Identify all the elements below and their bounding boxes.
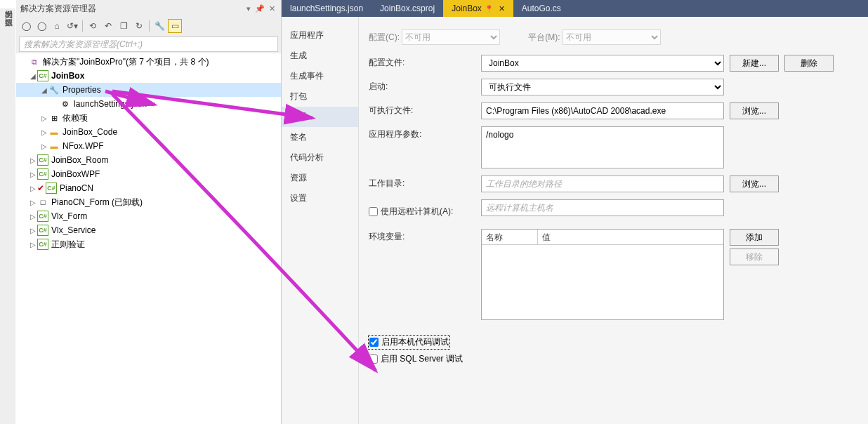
launch-label: 启动: [369, 79, 481, 93]
caret-icon[interactable]: ▷ [40, 114, 48, 122]
solution-label: 解决方案"JoinBoxPro"(第 7 个项目，共 8 个) [43, 56, 209, 68]
browse-exe-button[interactable]: 浏览... [730, 102, 779, 119]
csproj-icon: C# [37, 225, 48, 236]
project-label: 正则验证 [51, 239, 85, 251]
env-add-button[interactable]: 添加 [730, 229, 779, 246]
home-icon[interactable]: ⌂ [50, 19, 64, 33]
project-label: JoinBoxWPF [51, 169, 100, 179]
left-tab-datasource[interactable]: 数据源 [0, 8, 15, 17]
sync-icon[interactable]: ↺▾ [65, 19, 79, 33]
project-pianocn-form[interactable]: ▷□ PianoCN_Form (已卸载) [16, 195, 281, 209]
scope-icon[interactable]: ⟲ [86, 19, 100, 33]
caret-icon[interactable]: ▷ [29, 171, 37, 178]
project-regex[interactable]: ▷C# 正则验证 [16, 237, 281, 251]
csproj-icon: C# [37, 70, 48, 81]
native-debug-checkbox[interactable] [369, 338, 379, 347]
tab-launchsettings[interactable]: launchSettings.json [282, 0, 371, 17]
env-grid[interactable]: 名称值 [481, 229, 724, 320]
preview-icon[interactable]: ▭ [168, 19, 182, 33]
back-icon[interactable]: ◯ [19, 19, 33, 33]
exe-input[interactable] [481, 102, 724, 119]
project-label: PianoCN_Form (已卸载) [51, 197, 143, 208]
caret-icon[interactable]: ▷ [29, 241, 37, 249]
native-debug-row[interactable]: 启用本机代码调试 [369, 336, 449, 349]
project-label: JoinBox_Room [51, 155, 108, 165]
delete-profile-button[interactable]: 删除 [784, 55, 834, 72]
caret-icon[interactable]: ▷ [29, 185, 37, 192]
showall-icon[interactable]: ↶ [101, 19, 115, 33]
caret-icon[interactable]: ◢ [29, 72, 37, 80]
folder-icon: ▬ [48, 126, 60, 138]
sb-debug[interactable]: 调试 [282, 107, 358, 127]
dropdown-icon[interactable]: ▾ [245, 4, 252, 13]
sb-build[interactable]: 生成 [282, 46, 358, 66]
config-row: 配置(C): 不可用 平台(M): 不可用 [369, 29, 858, 45]
new-profile-button[interactable]: 新建... [730, 55, 779, 72]
caret-icon[interactable]: ◢ [40, 86, 48, 94]
copy-icon[interactable]: ❐ [117, 19, 131, 33]
folder-code[interactable]: ▷▬ JoinBox_Code [16, 125, 281, 139]
sql-debug-checkbox[interactable] [369, 355, 378, 364]
tab-csproj[interactable]: JoinBox.csproj [371, 0, 443, 17]
sb-buildevents[interactable]: 生成事件 [282, 66, 358, 86]
project-label: Vlx_Service [51, 225, 96, 235]
fwd-icon[interactable]: ◯ [34, 19, 48, 33]
sb-resources[interactable]: 资源 [282, 168, 358, 188]
workdir-input[interactable] [481, 175, 724, 192]
document-tabs: launchSettings.json JoinBox.csproj JoinB… [282, 0, 868, 17]
platform-label: 平台(M): [528, 32, 560, 42]
caret-icon[interactable]: ▷ [40, 128, 48, 136]
properties-node[interactable]: ◢🔧 Properties [16, 83, 281, 97]
close-icon[interactable]: ✕ [268, 4, 277, 13]
pin-icon[interactable]: 📍 [485, 5, 493, 13]
caret-icon[interactable]: ▷ [29, 227, 37, 234]
sb-application[interactable]: 应用程序 [282, 25, 358, 46]
folder-icon: ▬ [48, 140, 60, 152]
env-col-value: 值 [538, 230, 555, 244]
sql-debug-row[interactable]: 启用 SQL Server 调试 [369, 353, 858, 365]
profile-select[interactable]: JoinBox [481, 55, 724, 72]
project-pianocn[interactable]: ▷✔C# PianoCN [16, 181, 281, 195]
caret-icon[interactable]: ▷ [29, 199, 37, 206]
sb-sign[interactable]: 签名 [282, 127, 358, 147]
refresh-icon[interactable]: ↻ [132, 19, 146, 33]
check-icon: ✔ [37, 183, 44, 193]
explorer-titlebar: 解决方案资源管理器 ▾ 📌 ✕ [16, 0, 281, 17]
folder-nfox[interactable]: ▷▬ NFox.WPF [16, 139, 281, 153]
csproj-icon: C# [46, 183, 57, 194]
dependencies-node[interactable]: ▷⊞ 依赖项 [16, 111, 281, 125]
launch-select[interactable]: 可执行文件 [481, 79, 724, 95]
launchsettings-node[interactable]: ⚙ launchSettings.json [16, 97, 281, 111]
project-vlxservice[interactable]: ▷C# Vlx_Service [16, 223, 281, 237]
args-textarea[interactable]: /nologo [481, 126, 724, 168]
browse-workdir-button[interactable]: 浏览... [730, 175, 779, 192]
properties-page: 应用程序 生成 生成事件 打包 调试 签名 代码分析 资源 设置 配置(C): … [282, 17, 868, 424]
args-label: 应用程序参数: [369, 126, 481, 140]
project-vlxform[interactable]: ▷C# Vlx_Form [16, 209, 281, 223]
close-icon[interactable]: ✕ [499, 4, 505, 13]
explorer-search [16, 35, 281, 53]
caret-icon[interactable]: ▷ [29, 213, 37, 220]
caret-icon[interactable]: ▷ [40, 143, 48, 150]
remote-checkbox[interactable] [369, 207, 378, 216]
caret-icon[interactable]: ▷ [29, 157, 37, 164]
wrench-icon[interactable]: 🔧 [152, 19, 166, 33]
search-input[interactable] [19, 37, 278, 52]
deps-label: 依赖项 [63, 112, 88, 124]
tab-joinbox[interactable]: JoinBox📍✕ [443, 0, 513, 17]
csproj-icon: C# [37, 239, 48, 250]
sb-package[interactable]: 打包 [282, 86, 358, 107]
native-debug-label: 启用本机代码调试 [381, 336, 449, 348]
config-select: 不可用 [402, 29, 500, 45]
left-tab-outline[interactable]: 文档大纲 [0, 0, 15, 8]
project-room[interactable]: ▷C# JoinBox_Room [16, 153, 281, 167]
explorer-title: 解决方案资源管理器 [20, 3, 96, 15]
pin-icon[interactable]: 📌 [254, 4, 266, 13]
solution-node[interactable]: ⧉ 解决方案"JoinBoxPro"(第 7 个项目，共 8 个) [16, 55, 281, 69]
sb-codeanalysis[interactable]: 代码分析 [282, 147, 358, 168]
sb-settings[interactable]: 设置 [282, 188, 358, 208]
tab-autogo[interactable]: AutoGo.cs [513, 0, 570, 17]
remote-check-row[interactable]: 使用远程计算机(A): [369, 206, 481, 218]
project-joinbox[interactable]: ◢C# JoinBox [16, 69, 281, 83]
project-wpf[interactable]: ▷C# JoinBoxWPF [16, 167, 281, 181]
